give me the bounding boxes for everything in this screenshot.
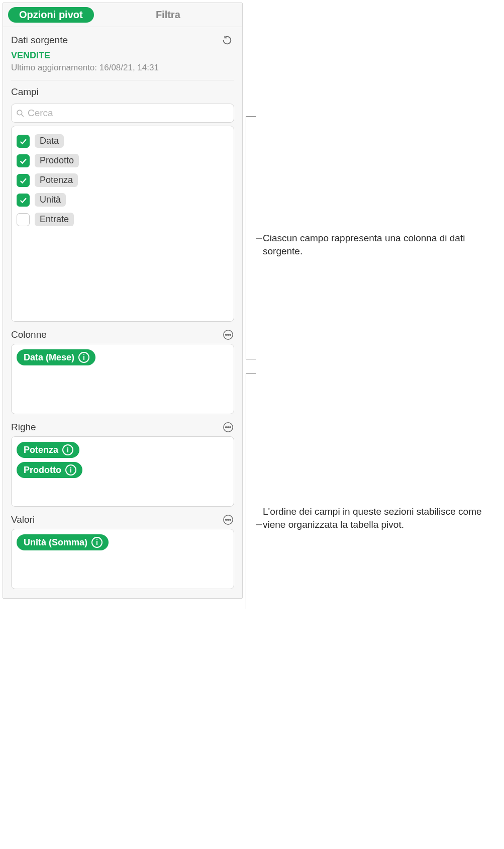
- svg-line-1: [22, 115, 24, 117]
- rows-zone: Righe Potenza i Prodotto i: [3, 414, 242, 507]
- info-icon[interactable]: i: [65, 464, 76, 476]
- fields-section-header-row: Campi: [3, 80, 242, 100]
- more-icon: [223, 422, 234, 433]
- field-chip[interactable]: Data: [35, 134, 64, 148]
- callout-zones-text: L'ordine dei campi in queste sezioni sta…: [256, 505, 497, 531]
- fields-list: Data Prodotto Potenza Unità Entrate: [11, 126, 234, 322]
- rows-more-button[interactable]: [222, 421, 234, 433]
- svg-point-4: [228, 334, 229, 336]
- tab-pivot-options[interactable]: Opzioni pivot: [8, 7, 94, 23]
- svg-point-7: [226, 427, 227, 428]
- source-data-header: Dati sorgente: [11, 35, 68, 46]
- svg-point-0: [17, 110, 22, 115]
- more-icon: [223, 329, 234, 340]
- source-data-section: Dati sorgente: [3, 27, 242, 49]
- pill-label: Unità (Somma): [24, 537, 87, 548]
- value-pill-unita-somma[interactable]: Unità (Somma) i: [17, 534, 109, 550]
- field-checkbox-unita[interactable]: [17, 194, 30, 207]
- svg-point-13: [230, 519, 231, 521]
- info-icon[interactable]: i: [78, 352, 89, 363]
- search-icon: [16, 109, 25, 118]
- columns-dropzone[interactable]: Data (Mese) i: [11, 344, 234, 414]
- callout-bracket: [246, 116, 256, 359]
- field-chip[interactable]: Unità: [35, 193, 66, 207]
- svg-point-12: [228, 519, 229, 521]
- panel-tabs: Opzioni pivot Filtra: [3, 3, 242, 27]
- field-chip[interactable]: Potenza: [35, 173, 78, 187]
- field-checkbox-data[interactable]: [17, 135, 30, 148]
- field-row: Entrate: [17, 210, 229, 229]
- field-row: Potenza: [17, 170, 229, 190]
- svg-point-5: [230, 334, 231, 336]
- field-checkbox-potenza[interactable]: [17, 174, 30, 187]
- info-icon[interactable]: i: [62, 444, 73, 455]
- pivot-options-panel: Opzioni pivot Filtra Dati sorgente VENDI…: [3, 3, 243, 599]
- field-chip[interactable]: Entrate: [35, 213, 74, 226]
- source-data-name: VENDITE: [3, 49, 242, 61]
- svg-point-8: [228, 427, 229, 428]
- field-row: Data: [17, 131, 229, 151]
- columns-zone: Colonne Data (Mese) i: [3, 322, 242, 414]
- svg-point-9: [230, 427, 231, 428]
- tab-filter[interactable]: Filtra: [99, 7, 237, 23]
- columns-header: Colonne: [11, 329, 47, 340]
- fields-search-input[interactable]: [25, 106, 230, 121]
- info-icon[interactable]: i: [91, 537, 103, 548]
- field-chip[interactable]: Prodotto: [35, 154, 79, 167]
- values-dropzone[interactable]: Unità (Somma) i: [11, 529, 234, 589]
- source-data-updated: Ultimo aggiornamento: 16/08/21, 14:31: [3, 61, 242, 80]
- values-more-button[interactable]: [222, 514, 234, 526]
- values-header: Valori: [11, 514, 35, 525]
- callout-bracket: [246, 373, 256, 609]
- more-icon: [223, 514, 234, 525]
- pill-label: Data (Mese): [24, 352, 74, 363]
- pill-label: Potenza: [24, 445, 58, 455]
- fields-header: Campi: [11, 86, 234, 98]
- refresh-button[interactable]: [220, 33, 234, 47]
- svg-point-3: [226, 334, 227, 336]
- field-checkbox-prodotto[interactable]: [17, 154, 30, 167]
- field-checkbox-entrate[interactable]: [17, 213, 30, 226]
- fields-search[interactable]: [11, 104, 234, 123]
- refresh-icon: [222, 35, 233, 46]
- row-pill-prodotto[interactable]: Prodotto i: [17, 462, 82, 478]
- pill-label: Prodotto: [24, 465, 61, 476]
- field-row: Unità: [17, 190, 229, 210]
- field-row: Prodotto: [17, 151, 229, 170]
- rows-header: Righe: [11, 422, 36, 433]
- row-pill-potenza[interactable]: Potenza i: [17, 442, 79, 458]
- svg-point-11: [226, 519, 227, 521]
- values-zone: Valori Unità (Somma) i: [3, 507, 242, 589]
- column-pill-data-mese[interactable]: Data (Mese) i: [17, 349, 95, 365]
- rows-dropzone[interactable]: Potenza i Prodotto i: [11, 436, 234, 507]
- callout-fields-text: Ciascun campo rappresenta una colonna di…: [256, 232, 497, 257]
- columns-more-button[interactable]: [222, 329, 234, 341]
